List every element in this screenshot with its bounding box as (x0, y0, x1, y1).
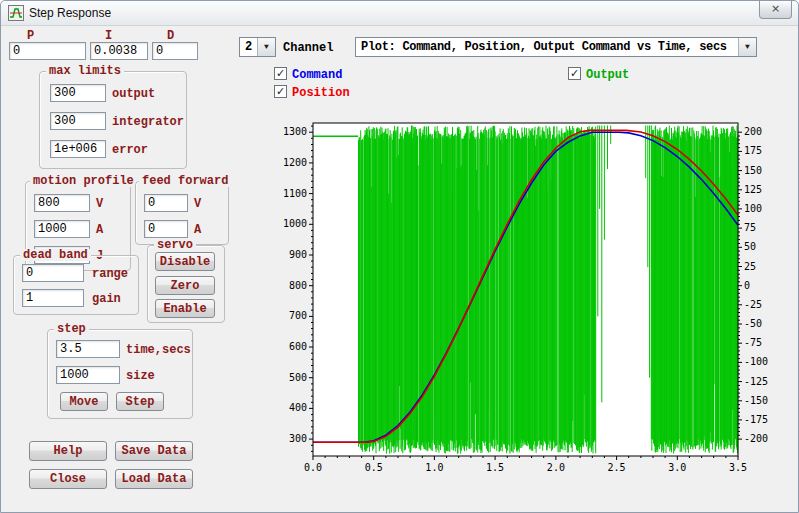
max-error-label: error (112, 144, 148, 156)
i-label: I (105, 30, 112, 42)
i-input[interactable] (90, 42, 148, 60)
svg-text:400: 400 (289, 402, 307, 413)
step-title: step (54, 323, 89, 335)
max-limits-group: max limits output integrator error (39, 71, 187, 169)
acceleration-input[interactable] (34, 220, 90, 238)
step-size-label: size (126, 370, 155, 382)
servo-group: servo Disable Zero Enable (147, 245, 225, 323)
help-button[interactable]: Help (29, 441, 107, 461)
svg-text:-25: -25 (744, 299, 762, 310)
svg-text:-175: -175 (744, 414, 768, 425)
output-checkbox-label: Output (586, 69, 629, 81)
feed-forward-group: feed forward V A (135, 181, 229, 245)
svg-text:700: 700 (289, 310, 307, 321)
svg-text:1100: 1100 (283, 188, 307, 199)
svg-text:2.0: 2.0 (547, 462, 565, 473)
svg-text:600: 600 (289, 341, 307, 352)
max-limits-title: max limits (46, 65, 124, 77)
channel-dropdown-arrow[interactable]: ▼ (257, 38, 275, 56)
app-icon (8, 5, 24, 21)
dead-band-group: dead band range gain (13, 255, 139, 315)
max-integrator-label: integrator (112, 116, 184, 128)
svg-text:75: 75 (744, 222, 756, 233)
svg-text:-200: -200 (744, 433, 768, 444)
svg-text:-100: -100 (744, 356, 768, 367)
plot-select[interactable]: Plot: Command, Position, Output Command … (355, 37, 757, 57)
svg-text:500: 500 (289, 372, 307, 383)
chevron-down-icon: ▼ (745, 42, 750, 51)
save-data-button[interactable]: Save Data (115, 441, 193, 461)
close-icon: × (771, 2, 780, 15)
channel-select[interactable]: 2 ▼ (239, 37, 276, 57)
svg-text:800: 800 (289, 280, 307, 291)
ff-velocity-label: V (194, 198, 201, 210)
velocity-label: V (96, 198, 103, 210)
svg-text:1300: 1300 (283, 126, 307, 137)
chevron-down-icon: ▼ (264, 42, 269, 51)
load-data-button[interactable]: Load Data (115, 469, 193, 489)
d-input[interactable] (152, 42, 198, 60)
ff-velocity-input[interactable] (144, 194, 188, 212)
max-error-input[interactable] (50, 140, 106, 158)
svg-text:25: 25 (744, 261, 756, 272)
check-icon: ✓ (276, 67, 285, 80)
servo-title: servo (154, 239, 196, 251)
dead-band-title: dead band (20, 249, 91, 261)
step-button[interactable]: Step (116, 392, 164, 411)
p-input[interactable] (9, 42, 86, 60)
gain-input[interactable] (22, 289, 84, 307)
svg-text:0.0: 0.0 (304, 462, 322, 473)
zero-button[interactable]: Zero (155, 276, 215, 295)
svg-text:300: 300 (289, 433, 307, 444)
svg-text:150: 150 (744, 165, 762, 176)
plot-dropdown-arrow[interactable]: ▼ (738, 38, 756, 56)
range-input[interactable] (22, 264, 84, 282)
move-button[interactable]: Move (60, 392, 108, 411)
svg-text:100: 100 (744, 203, 762, 214)
step-time-label: time,secs (126, 344, 191, 356)
max-output-input[interactable] (50, 84, 106, 102)
svg-text:1.0: 1.0 (425, 462, 443, 473)
titlebar: Step Response (1, 1, 798, 26)
p-label: P (27, 30, 34, 42)
max-integrator-input[interactable] (50, 112, 106, 130)
velocity-input[interactable] (34, 194, 90, 212)
svg-text:175: 175 (744, 145, 762, 156)
position-checkbox-label: Position (292, 87, 350, 99)
step-size-input[interactable] (56, 366, 120, 384)
step-time-input[interactable] (56, 340, 120, 358)
position-checkbox[interactable]: ✓ (274, 85, 287, 98)
acceleration-label: A (96, 224, 103, 236)
channel-value: 2 (245, 41, 257, 54)
feed-forward-title: feed forward (139, 175, 231, 187)
svg-text:2.5: 2.5 (608, 462, 626, 473)
enable-button[interactable]: Enable (155, 299, 215, 318)
svg-text:3.0: 3.0 (668, 462, 686, 473)
disable-button[interactable]: Disable (155, 252, 215, 271)
step-response-window: Step Response × P I D max limits output … (0, 0, 799, 513)
ff-acceleration-input[interactable] (144, 220, 188, 238)
svg-text:50: 50 (744, 241, 756, 252)
close-button[interactable]: × (759, 1, 792, 19)
svg-text:900: 900 (289, 249, 307, 260)
ff-acceleration-label: A (194, 224, 201, 236)
close-window-button[interactable]: Close (29, 469, 107, 489)
command-checkbox-label: Command (292, 69, 342, 81)
svg-text:-125: -125 (744, 376, 768, 387)
window-title: Step Response (29, 6, 111, 20)
gain-label: gain (92, 293, 121, 305)
max-output-label: output (112, 88, 155, 100)
d-label: D (167, 30, 174, 42)
check-icon: ✓ (570, 67, 579, 80)
svg-text:1200: 1200 (283, 157, 307, 168)
command-checkbox[interactable]: ✓ (274, 67, 287, 80)
svg-text:125: 125 (744, 184, 762, 195)
plot-select-value: Plot: Command, Position, Output Command … (361, 41, 738, 54)
svg-text:3.5: 3.5 (729, 462, 747, 473)
svg-text:-150: -150 (744, 395, 768, 406)
step-group: step time,secs size Move Step (47, 329, 193, 419)
check-icon: ✓ (276, 85, 285, 98)
channel-label: Channel (283, 42, 333, 54)
output-checkbox[interactable]: ✓ (568, 67, 581, 80)
svg-text:200: 200 (744, 126, 762, 137)
